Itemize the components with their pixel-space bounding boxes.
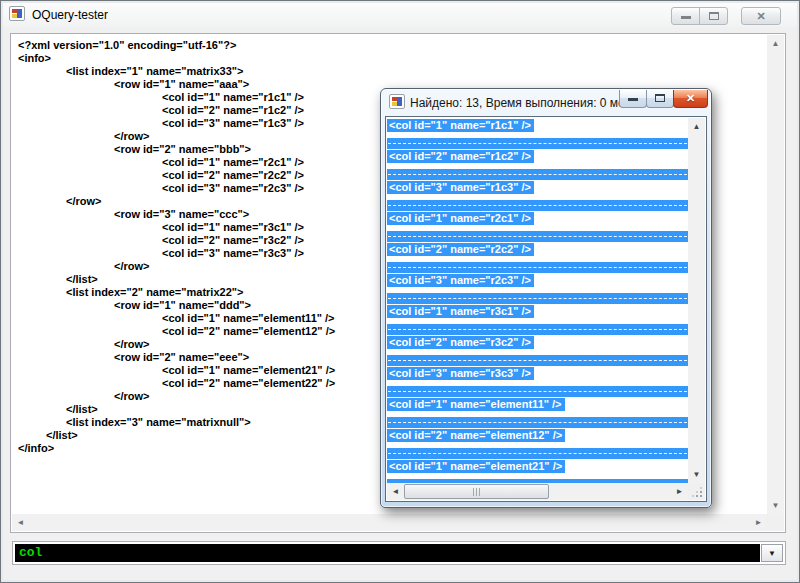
horizontal-scrollbar-thumb[interactable] xyxy=(404,484,549,499)
item-separator-band xyxy=(387,355,688,366)
maximize-icon xyxy=(709,12,719,20)
query-input[interactable]: col xyxy=(15,544,760,562)
results-dialog: Найдено: 13, Время выполнения: 0 мс ✕ <c… xyxy=(380,88,712,508)
result-item[interactable]: <col id="3" name="r1c3" /> xyxy=(387,181,688,211)
result-item-text: <col id="1" name="r1c1" /> xyxy=(387,119,534,132)
item-separator-band xyxy=(387,386,688,397)
results-scroll-right-icon[interactable]: ► xyxy=(671,483,688,500)
item-separator-band xyxy=(387,417,688,428)
results-list[interactable]: <col id="1" name="r1c1" /><col id="2" na… xyxy=(387,118,688,483)
result-item[interactable]: <col id="3" name="r2c3" /> xyxy=(387,274,688,304)
result-item[interactable]: <col id="2" name="element12" /> xyxy=(387,429,688,459)
minimize-icon xyxy=(681,16,691,19)
main-window: OQuery-tester ✕ <?xml version="1.0" enco… xyxy=(0,0,800,583)
dialog-icon xyxy=(389,94,405,109)
result-item[interactable]: <col id="3" name="r3c3" /> xyxy=(387,367,688,397)
xml-vertical-scrollbar[interactable]: ▲ ▼ xyxy=(767,35,784,514)
maximize-button[interactable] xyxy=(699,7,728,25)
item-separator-band xyxy=(387,324,688,335)
item-separator-band xyxy=(387,262,688,273)
dialog-titlebar[interactable]: Найдено: 13, Время выполнения: 0 мс ✕ xyxy=(381,89,711,116)
resize-grip-icon[interactable] xyxy=(700,495,702,497)
item-separator-band xyxy=(387,138,688,149)
xml-scrollbar-corner xyxy=(767,514,784,531)
dialog-minimize-button[interactable] xyxy=(619,90,647,108)
dialog-maximize-icon xyxy=(655,94,665,102)
query-input-value: col xyxy=(19,545,42,560)
xml-line: <list index="1" name="matrix33"> xyxy=(18,65,767,78)
results-scrollbar-corner xyxy=(688,483,705,500)
result-item-text: <col id="1" name="element21" /> xyxy=(387,460,565,473)
result-item-text: <col id="1" name="r2c1" /> xyxy=(387,212,534,225)
scrollbar-grip-icon xyxy=(473,488,482,496)
dialog-close-button[interactable]: ✕ xyxy=(673,90,708,108)
item-separator-band xyxy=(387,293,688,304)
dialog-maximize-button[interactable] xyxy=(646,90,674,108)
item-separator-band xyxy=(387,169,688,180)
xml-horizontal-scrollbar[interactable]: ◄ ► xyxy=(12,514,767,531)
result-item-text: <col id="1" name="r3c1" /> xyxy=(387,305,534,318)
results-scroll-up-icon[interactable]: ▲ xyxy=(688,118,705,135)
result-item-text: <col id="1" name="element11" /> xyxy=(387,398,565,411)
query-combobox[interactable]: col ▼ xyxy=(12,541,786,565)
dialog-icon-yellow-square xyxy=(392,102,397,106)
window-title: OQuery-tester xyxy=(32,8,108,22)
result-item-text: <col id="2" name="element12" /> xyxy=(387,429,565,442)
close-icon: ✕ xyxy=(742,8,780,24)
result-item-text: <col id="3" name="r2c3" /> xyxy=(387,274,534,287)
item-separator-band xyxy=(387,448,688,459)
results-scroll-down-icon[interactable]: ▼ xyxy=(688,466,705,483)
result-item-text: <col id="3" name="r3c3" /> xyxy=(387,367,534,380)
xml-scroll-up-icon[interactable]: ▲ xyxy=(767,35,784,52)
item-separator-band xyxy=(387,231,688,242)
xml-line: <info> xyxy=(18,52,767,65)
result-item-text: <col id="2" name="r3c2" /> xyxy=(387,336,534,349)
dialog-close-icon: ✕ xyxy=(674,90,707,106)
result-item-text: <col id="2" name="r2c2" /> xyxy=(387,243,534,256)
result-item[interactable]: <col id="1" name="element21" /> xyxy=(387,460,688,483)
close-button[interactable]: ✕ xyxy=(741,7,781,25)
dialog-icon-blue-square xyxy=(397,97,402,106)
xml-scroll-left-icon[interactable]: ◄ xyxy=(12,514,29,531)
xml-line: <?xml version="1.0" encoding="utf-16"?> xyxy=(18,39,767,52)
result-item[interactable]: <col id="2" name="r2c2" /> xyxy=(387,243,688,273)
xml-scroll-down-icon[interactable]: ▼ xyxy=(767,497,784,514)
results-vertical-scrollbar[interactable]: ▲ ▼ xyxy=(688,118,705,483)
app-icon-blue-square xyxy=(17,9,22,18)
result-item[interactable]: <col id="2" name="r1c2" /> xyxy=(387,150,688,180)
main-titlebar[interactable]: OQuery-tester ✕ xyxy=(3,3,797,27)
result-item[interactable]: <col id="1" name="element11" /> xyxy=(387,398,688,428)
xml-scroll-right-icon[interactable]: ► xyxy=(750,514,767,531)
result-item[interactable]: <col id="1" name="r1c1" /> xyxy=(387,119,688,149)
dialog-client-area: <col id="1" name="r1c1" /><col id="2" na… xyxy=(385,116,707,502)
dropdown-icon: ▼ xyxy=(768,549,776,558)
result-item[interactable]: <col id="1" name="r3c1" /> xyxy=(387,305,688,335)
result-item[interactable]: <col id="2" name="r3c2" /> xyxy=(387,336,688,366)
combo-dropdown-button[interactable]: ▼ xyxy=(761,544,783,562)
app-icon xyxy=(9,6,25,21)
dialog-title: Найдено: 13, Время выполнения: 0 мс xyxy=(410,96,624,110)
item-separator-band xyxy=(387,200,688,211)
app-icon-yellow-square xyxy=(12,14,17,18)
result-item[interactable]: <col id="1" name="r2c1" /> xyxy=(387,212,688,242)
result-item-text: <col id="2" name="r1c2" /> xyxy=(387,150,534,163)
results-horizontal-scrollbar[interactable]: ◄ ► xyxy=(387,483,688,500)
result-item-text: <col id="3" name="r1c3" /> xyxy=(387,181,534,194)
results-scroll-left-icon[interactable]: ◄ xyxy=(387,483,404,500)
minimize-button[interactable] xyxy=(671,7,700,25)
dialog-minimize-icon xyxy=(628,98,638,101)
